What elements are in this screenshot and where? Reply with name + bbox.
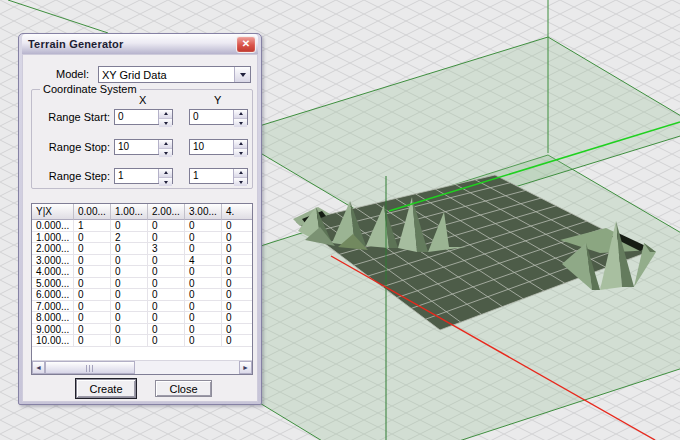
grid-cell[interactable]: 0 [185, 278, 222, 290]
grid-cell[interactable]: 0 [185, 289, 222, 301]
table-row: 7.000...00000 [32, 301, 252, 313]
grid-cell[interactable]: 0 [74, 301, 111, 313]
grid-cell[interactable]: 0 [74, 289, 111, 301]
grid-cell[interactable]: 0 [74, 278, 111, 290]
grid-cell[interactable]: 0 [74, 232, 111, 244]
column-header[interactable]: 3.00... [185, 204, 222, 220]
range-start-y-spinbox[interactable]: 0 [189, 109, 248, 125]
column-header[interactable]: 1.00... [111, 204, 148, 220]
range-step-x-input[interactable]: 1 [115, 169, 158, 183]
grid-cell[interactable]: 2 [111, 232, 148, 244]
grid-cell[interactable]: 0 [148, 301, 185, 313]
range-start-x-spinbox[interactable]: 0 [114, 109, 173, 125]
grid-cell[interactable]: 0 [111, 220, 148, 232]
column-header[interactable]: 2.00... [148, 204, 185, 220]
range-step-x-spinbox[interactable]: 1 [114, 168, 173, 184]
grid-cell[interactable]: 0 [74, 266, 111, 278]
spin-up-button[interactable] [234, 169, 247, 177]
close-button[interactable]: Close [155, 380, 212, 397]
range-start-y-input[interactable]: 0 [190, 110, 233, 124]
spin-down-button[interactable] [159, 118, 172, 127]
grid-cell[interactable]: 0 [222, 232, 253, 244]
grid-cell[interactable]: 0 [185, 232, 222, 244]
column-header[interactable]: 0.00... [74, 204, 111, 220]
grid-cell[interactable]: 0 [111, 312, 148, 324]
grid-cell[interactable]: 0 [111, 335, 148, 347]
spin-up-button[interactable] [159, 110, 172, 118]
horizontal-scrollbar[interactable]: ◄ ► [32, 360, 252, 374]
grid-cell[interactable]: 0 [222, 220, 253, 232]
spin-down-button[interactable] [234, 148, 247, 157]
model-select[interactable]: XY Grid Data [98, 66, 251, 83]
grid-cell[interactable]: 0 [185, 220, 222, 232]
column-header[interactable]: Y|X [32, 204, 74, 220]
scrollbar-thumb[interactable] [45, 361, 135, 374]
grid-cell[interactable]: 0 [111, 243, 148, 255]
grid-cell[interactable]: 0 [222, 289, 253, 301]
range-stop-y-input[interactable]: 10 [190, 140, 233, 154]
grid-cell[interactable]: 0 [74, 243, 111, 255]
grid-cell[interactable]: 0 [185, 312, 222, 324]
dialog-titlebar[interactable]: Terrain Generator ✕ [22, 34, 258, 54]
grid-cell[interactable]: 0 [111, 289, 148, 301]
grid-cell[interactable]: 0 [148, 324, 185, 336]
grid-cell[interactable]: 0 [185, 335, 222, 347]
grid-cell[interactable]: 0 [111, 324, 148, 336]
grid-cell[interactable]: 0 [111, 278, 148, 290]
grid-cell[interactable]: 0 [74, 312, 111, 324]
grid-cell[interactable]: 0 [222, 278, 253, 290]
grid-cell[interactable]: 0 [222, 335, 253, 347]
grid-cell[interactable]: 0 [185, 324, 222, 336]
grid-cell[interactable]: 0 [148, 335, 185, 347]
grid-cell[interactable]: 0 [222, 266, 253, 278]
combo-dropdown-button[interactable] [234, 67, 250, 82]
grid-cell[interactable]: 0 [111, 301, 148, 313]
create-button[interactable]: Create [76, 379, 136, 398]
range-step-y-input[interactable]: 1 [190, 169, 233, 183]
grid-cell[interactable]: 0 [148, 266, 185, 278]
range-step-y-spinbox[interactable]: 1 [189, 168, 248, 184]
spin-up-button[interactable] [159, 140, 172, 148]
range-start-x-input[interactable]: 0 [115, 110, 158, 124]
grid-cell[interactable]: 0 [148, 289, 185, 301]
grid-cell[interactable]: 3 [148, 243, 185, 255]
window-close-button[interactable]: ✕ [236, 36, 256, 53]
scroll-right-button[interactable]: ► [239, 361, 252, 374]
spin-down-button[interactable] [234, 118, 247, 127]
spin-up-button[interactable] [159, 169, 172, 177]
spin-up-button[interactable] [234, 110, 247, 118]
spin-up-button[interactable] [234, 140, 247, 148]
table-row: 1.000...02000 [32, 232, 252, 244]
grid-cell[interactable]: 4 [185, 255, 222, 267]
grid-cell[interactable]: 0 [74, 324, 111, 336]
column-header[interactable]: 4. [222, 204, 253, 220]
grid-cell[interactable]: 0 [148, 278, 185, 290]
grid-cell[interactable]: 0 [222, 255, 253, 267]
grid-cell[interactable]: 0 [222, 324, 253, 336]
grid-cell[interactable]: 0 [74, 335, 111, 347]
grid-cell[interactable]: 0 [148, 232, 185, 244]
grid-cell[interactable]: 1 [74, 220, 111, 232]
grid-cell[interactable]: 0 [148, 312, 185, 324]
column-x-label: X [139, 94, 146, 106]
grid-cell[interactable]: 0 [74, 255, 111, 267]
spin-down-button[interactable] [159, 177, 172, 186]
spin-down-button[interactable] [159, 148, 172, 157]
grid-cell[interactable]: 0 [148, 220, 185, 232]
grid-cell[interactable]: 0 [185, 243, 222, 255]
grid-cell[interactable]: 0 [185, 301, 222, 313]
range-stop-x-input[interactable]: 10 [115, 140, 158, 154]
range-stop-y-spinbox[interactable]: 10 [189, 139, 248, 155]
grid-cell[interactable]: 0 [148, 255, 185, 267]
grid-cell[interactable]: 0 [222, 312, 253, 324]
grid-cell[interactable]: 0 [111, 255, 148, 267]
grid-cell[interactable]: 0 [222, 243, 253, 255]
spin-down-button[interactable] [234, 177, 247, 186]
range-stop-x-spinbox[interactable]: 10 [114, 139, 173, 155]
grid-data-table[interactable]: Y|X0.00...1.00...2.00...3.00...4. 0.000.… [31, 203, 253, 375]
grid-cell[interactable]: 0 [185, 266, 222, 278]
grid-cell[interactable]: 0 [111, 266, 148, 278]
scroll-left-button[interactable]: ◄ [32, 361, 45, 374]
table-row: 3.000...00040 [32, 255, 252, 267]
grid-cell[interactable]: 0 [222, 301, 253, 313]
